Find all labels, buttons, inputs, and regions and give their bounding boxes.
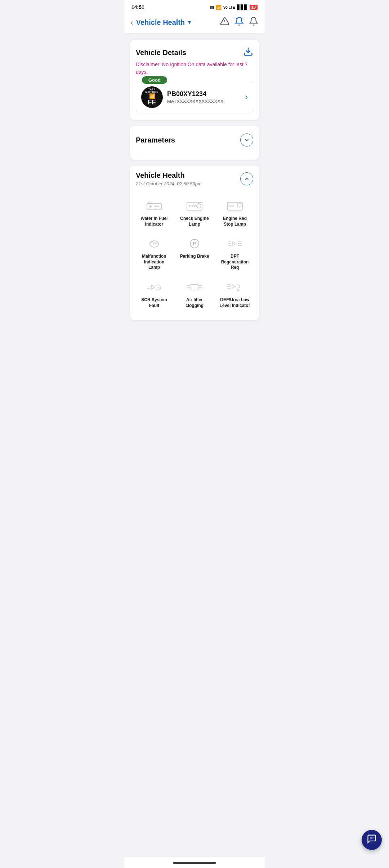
dpf-regen-label: DPF Regeneration Req — [219, 254, 251, 271]
svg-point-25 — [153, 243, 155, 245]
malfunction-label: Malfunction Indication Lamp — [138, 254, 170, 271]
air-filter-label: Air filter clogging — [178, 297, 211, 308]
vehicle-details-header: Vehicle Details — [136, 46, 253, 59]
vehicle-health-collapse-button[interactable] — [240, 172, 253, 185]
vehicle-text-details: PB00XY1234 MATXXXXXXXXXXXXXXX — [167, 90, 224, 104]
svg-rect-20 — [238, 204, 241, 207]
svg-point-22 — [150, 241, 158, 247]
vehicle-details-arrow-icon[interactable]: › — [245, 92, 248, 102]
scr-fault-label: SCR System Fault — [138, 297, 170, 308]
svg-text:STOP: STOP — [228, 205, 234, 207]
engine-red-stop-label: Engine Red Stop Lamp — [219, 216, 251, 227]
health-item-def-urea: DEF/Urea Low Level Indicator — [216, 276, 253, 311]
vehicle-health-title: Vehicle Health — [136, 171, 202, 180]
vehicle-health-title-group: Vehicle Health 21st October 2024, 02:50:… — [136, 171, 202, 186]
connectivity-arc-icon: 📶 — [141, 93, 163, 99]
vehicle-card: Good TATA MOTORS 📶 FE PB00XY1234 MATXXXX… — [136, 81, 253, 113]
health-item-air-filter: Air filter clogging — [176, 276, 213, 311]
def-urea-icon — [226, 280, 244, 294]
health-item-malfunction: Malfunction Indication Lamp — [136, 233, 173, 273]
status-time: 14:51 — [131, 4, 144, 10]
parameters-card: Parameters — [130, 126, 259, 160]
header-title-group: Vehicle Health ▼ — [136, 18, 192, 27]
parameters-row: Parameters — [136, 132, 253, 148]
malfunction-icon — [145, 236, 163, 251]
vehicle-model-text: FE — [141, 99, 163, 106]
vehicle-info: TATA MOTORS 📶 FE PB00XY1234 MATXXXXXXXXX… — [141, 86, 224, 108]
vehicle-health-timestamp: 21st October 2024, 02:50:59pm — [136, 181, 202, 186]
header-title-text: Vehicle Health — [136, 18, 185, 27]
disclaimer-text: Disclaimer: No Ignition On data availabl… — [136, 61, 253, 76]
main-content: Vehicle Details Disclaimer: No Ignition … — [124, 33, 265, 326]
check-engine-label: Check Engine Lamp — [178, 216, 211, 227]
water-in-fuel-icon — [145, 199, 163, 213]
header-chevron-down-icon[interactable]: ▼ — [187, 19, 192, 25]
check-engine-icon: CHECK — [185, 199, 204, 213]
health-item-scr-fault: SCR System Fault — [136, 276, 173, 311]
wifi-icon: 📶 — [216, 5, 222, 10]
app-header: ‹ Vehicle Health ▼ — [124, 13, 265, 33]
dpf-regen-icon — [226, 236, 244, 251]
nfc-icon: ⊠ — [210, 5, 214, 10]
status-bar: 14:51 ⊠ 📶 Vo LTE ▋▋▋ 18 — [124, 0, 265, 13]
health-item-parking-brake: P Parking Brake — [176, 233, 213, 273]
notification-bell-icon[interactable] — [249, 17, 258, 28]
download-button[interactable] — [243, 46, 253, 59]
signal-icon: ▋▋▋ — [237, 5, 248, 10]
vehicle-health-section: Vehicle Health 21st October 2024, 02:50:… — [130, 166, 259, 320]
water-in-fuel-label: Water In Fuel Indicator — [138, 216, 170, 227]
vehicle-details-card: Vehicle Details Disclaimer: No Ignition … — [130, 40, 259, 120]
parameters-title: Parameters — [136, 136, 175, 144]
health-item-water-in-fuel: Water In Fuel Indicator — [136, 195, 173, 229]
parameters-collapse-button[interactable] — [240, 134, 253, 146]
alert-bell-active-icon[interactable] — [234, 17, 244, 28]
parking-brake-label: Parking Brake — [180, 254, 209, 259]
vehicle-registration: PB00XY1234 — [167, 90, 224, 98]
svg-rect-40 — [191, 284, 198, 290]
header-action-icons — [220, 17, 258, 28]
parking-brake-icon: P — [185, 236, 204, 251]
def-urea-label: DEF/Urea Low Level Indicator — [219, 297, 251, 308]
health-item-engine-red-stop: STOP Engine Red Stop Lamp — [216, 195, 253, 229]
back-button[interactable]: ‹ — [131, 18, 133, 27]
warning-icon[interactable] — [220, 17, 229, 28]
air-filter-icon — [185, 280, 204, 294]
health-item-dpf-regen: DPF Regeneration Req — [216, 233, 253, 273]
vehicle-vin: MATXXXXXXXXXXXXXXX — [167, 99, 224, 104]
tata-brand-text: TATA MOTORS — [141, 88, 163, 93]
vehicle-logo: TATA MOTORS 📶 FE — [141, 86, 163, 108]
engine-red-stop-icon: STOP — [226, 199, 244, 213]
battery-indicator: 18 — [250, 5, 258, 10]
vehicle-health-header: Vehicle Health 21st October 2024, 02:50:… — [136, 171, 253, 186]
health-grid: Water In Fuel Indicator CHECK Check Engi — [136, 191, 253, 314]
svg-text:P: P — [193, 241, 196, 247]
header-left: ‹ Vehicle Health ▼ — [131, 18, 192, 27]
health-item-check-engine: CHECK Check Engine Lamp — [176, 195, 213, 229]
vehicle-details-title: Vehicle Details — [136, 49, 186, 57]
status-icons: ⊠ 📶 Vo LTE ▋▋▋ 18 — [210, 5, 258, 10]
scr-fault-icon — [145, 280, 163, 294]
vo-lte-icon: Vo LTE — [223, 5, 235, 9]
good-badge: Good — [142, 76, 167, 84]
